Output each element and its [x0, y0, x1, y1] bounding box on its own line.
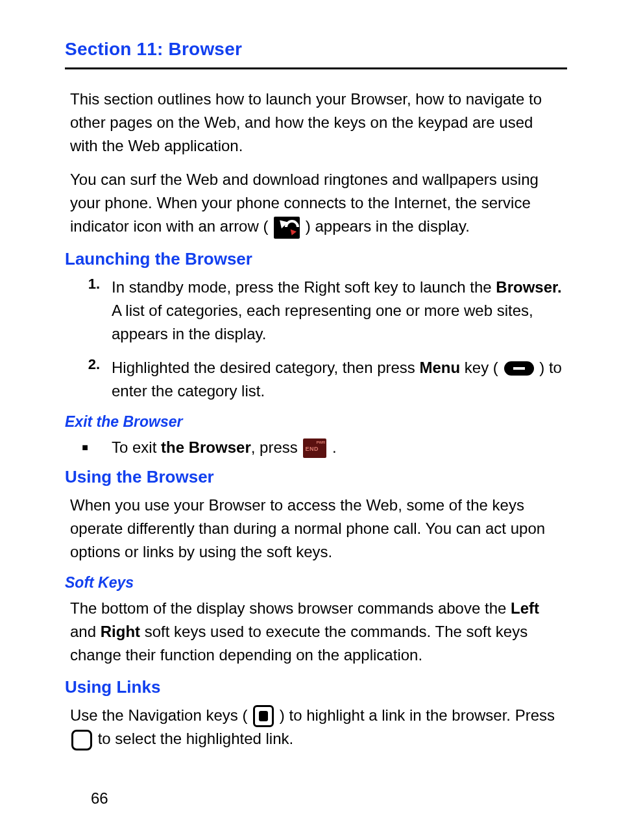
list-item: 2. Highlighted the desired category, the… [70, 356, 562, 403]
using-browser-heading: Using the Browser [65, 467, 567, 487]
section-divider [65, 67, 567, 69]
exit-browser-heading: Exit the Browser [65, 413, 567, 431]
section-title: Section 11: Browser [65, 39, 567, 60]
intro-paragraph-2: You can surf the Web and download ringto… [70, 168, 562, 239]
end-pwr-key-icon [303, 438, 326, 458]
exit-body: To exit the Browser, press . [112, 436, 337, 459]
using-body: When you use your Browser to access the … [70, 494, 562, 564]
document-page: Section 11: Browser This section outline… [0, 0, 619, 834]
launch-steps-list: 1. In standby mode, press the Right soft… [70, 276, 562, 403]
list-item: ■ To exit the Browser, press . [70, 436, 562, 459]
ok-key-icon [71, 730, 92, 750]
soft-keys-body: The bottom of the display shows browser … [70, 597, 562, 667]
launching-heading: Launching the Browser [65, 249, 567, 269]
exit-list: ■ To exit the Browser, press . [70, 436, 562, 459]
intro2-text-b: ) appears in the display. [306, 217, 470, 235]
menu-key-icon [504, 361, 534, 376]
step-body: Highlighted the desired category, then p… [112, 356, 562, 403]
using-links-heading: Using Links [65, 677, 567, 697]
step-body: In standby mode, press the Right soft ke… [112, 276, 562, 346]
soft-keys-heading: Soft Keys [65, 574, 567, 592]
list-item: 1. In standby mode, press the Right soft… [70, 276, 562, 346]
step-number: 2. [70, 356, 112, 403]
service-indicator-icon [274, 217, 300, 239]
page-number: 66 [91, 789, 567, 808]
navigation-key-icon [253, 705, 274, 727]
bullet-icon: ■ [70, 442, 112, 453]
step-number: 1. [70, 276, 112, 346]
intro-paragraph-1: This section outlines how to launch your… [70, 88, 562, 158]
using-links-body: Use the Navigation keys ( ) to highlight… [70, 704, 562, 751]
